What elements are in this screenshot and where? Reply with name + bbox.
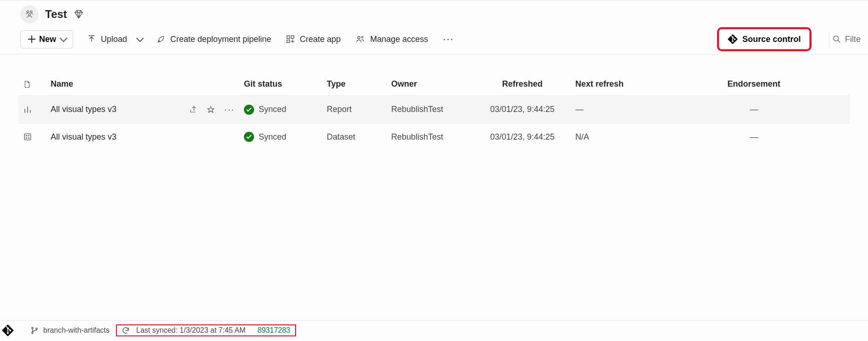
sync-status-box: Last synced: 1/3/2023 at 7:45 AM 8931728… (117, 325, 295, 335)
favorite-icon[interactable] (207, 106, 215, 114)
item-refreshed: 03/01/23, 9:44:25 (474, 96, 571, 123)
svg-point-11 (29, 135, 29, 136)
svg-point-2 (29, 14, 31, 16)
item-next-refresh: N/A (571, 123, 658, 151)
people-icon (24, 9, 35, 19)
search-icon (832, 35, 841, 44)
col-header-endorsement[interactable]: Endorsement (658, 73, 850, 96)
git-icon (728, 34, 738, 44)
svg-rect-9 (24, 134, 30, 140)
item-name: All visual types v3 (51, 132, 235, 142)
item-endorsement: — (658, 123, 850, 151)
report-icon (23, 105, 32, 114)
svg-point-12 (26, 138, 27, 139)
chevron-down-icon (136, 34, 144, 42)
table-row[interactable]: All visual types v3 (18, 96, 850, 123)
workspace-title: Test (45, 8, 67, 21)
table-row[interactable]: All visual types v3 Synced Dataset Rebub… (18, 123, 850, 151)
git-status: Synced (259, 105, 286, 114)
svg-point-15 (32, 332, 33, 334)
col-header-git[interactable]: Git status (239, 73, 308, 96)
item-name: All visual types v3 (51, 105, 184, 114)
filter-input[interactable]: Filte (829, 31, 863, 48)
app-grid-icon (286, 35, 295, 44)
create-app-label: Create app (300, 35, 341, 44)
manage-access-button[interactable]: Manage access (354, 33, 429, 46)
manage-access-label: Manage access (370, 35, 428, 44)
chevron-down-icon (60, 34, 68, 42)
new-button[interactable]: New (20, 30, 73, 48)
item-refreshed: 03/01/23, 9:44:25 (474, 123, 571, 151)
branch-icon (30, 326, 39, 335)
svg-rect-4 (291, 36, 294, 39)
branch-indicator[interactable]: branch-with-artifacts (30, 326, 110, 335)
svg-point-7 (362, 36, 364, 38)
svg-point-14 (32, 327, 33, 329)
new-button-label: New (39, 35, 56, 44)
svg-point-1 (30, 11, 32, 12)
ellipsis-icon: ··· (443, 33, 454, 45)
source-control-label: Source control (742, 35, 801, 44)
people-icon (355, 35, 365, 44)
items-table: Name Git status Type Owner Refreshed Nex… (18, 73, 850, 150)
upload-label: Upload (101, 35, 127, 44)
workspace-header: Test (0, 0, 868, 25)
item-type: Dataset (308, 123, 387, 151)
toolbar: New Upload Create deployment pipeline Cr… (0, 25, 868, 54)
rocket-icon (156, 35, 166, 44)
more-icon[interactable]: ··· (224, 104, 235, 115)
item-endorsement: — (658, 96, 850, 123)
svg-rect-5 (287, 40, 290, 43)
upload-button[interactable]: Upload (86, 33, 143, 46)
svg-rect-3 (287, 36, 290, 39)
commit-link[interactable]: 89317283 (258, 326, 290, 335)
col-header-refreshed[interactable]: Refreshed (474, 73, 571, 96)
col-header-type[interactable]: Type (308, 73, 387, 96)
svg-point-10 (26, 135, 27, 136)
col-header-typeicon[interactable] (18, 73, 46, 96)
source-control-button[interactable]: Source control (719, 29, 810, 49)
sync-icon[interactable] (122, 326, 130, 335)
create-app-button[interactable]: Create app (285, 33, 341, 46)
item-type: Report (308, 96, 387, 123)
svg-point-16 (36, 328, 37, 329)
synced-check-icon (244, 132, 254, 142)
git-status-bar: branch-with-artifacts Last synced: 1/3/2… (0, 320, 868, 341)
col-header-next[interactable]: Next refresh (571, 73, 658, 96)
file-icon (23, 80, 31, 89)
item-owner: RebublishTest (387, 123, 474, 151)
branch-name: branch-with-artifacts (43, 326, 110, 335)
svg-point-0 (27, 11, 29, 12)
premium-diamond-icon (74, 9, 84, 19)
git-icon (2, 324, 14, 336)
workspace-avatar (20, 5, 39, 24)
more-menu[interactable]: ··· (442, 31, 455, 47)
filter-placeholder: Filte (845, 35, 861, 44)
item-owner: RebublishTest (387, 96, 474, 123)
content-area: Name Git status Type Owner Refreshed Nex… (0, 54, 868, 320)
svg-point-13 (29, 138, 29, 139)
git-status: Synced (259, 132, 286, 142)
svg-point-8 (833, 36, 839, 41)
col-header-owner[interactable]: Owner (387, 73, 474, 96)
synced-check-icon (244, 105, 254, 115)
upload-icon (87, 35, 96, 44)
share-icon[interactable] (189, 106, 197, 114)
item-next-refresh: — (571, 96, 658, 123)
svg-point-6 (358, 36, 360, 39)
create-pipeline-label: Create deployment pipeline (170, 35, 271, 44)
plus-icon (28, 35, 35, 43)
col-header-name[interactable]: Name (46, 73, 239, 96)
last-synced-text: Last synced: 1/3/2023 at 7:45 AM (136, 326, 246, 335)
dataset-icon (23, 132, 32, 141)
create-pipeline-button[interactable]: Create deployment pipeline (156, 33, 272, 46)
